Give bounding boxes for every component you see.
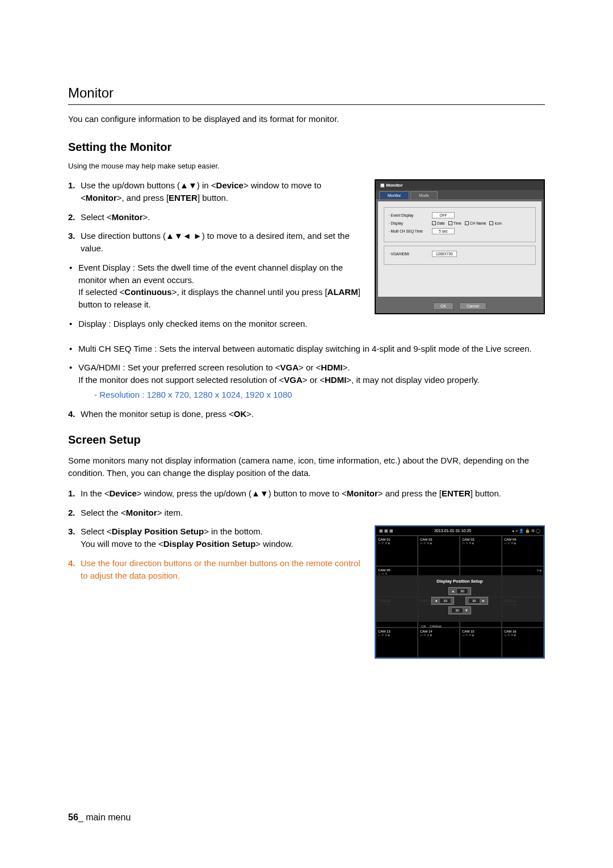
mouse-note: Using the mouse may help make setup easi… [68,162,545,170]
step-3: 3. Use direction buttons (▲▼◄ ►) to move… [68,230,363,255]
ss-step-2: 2. Select the <Monitor> item. [68,507,545,519]
dps-overlay: Display Position Setup ▲ 30 ◄ 30 30 ► 30… [376,575,544,622]
select-event-display[interactable]: OFF [432,212,455,218]
ok-button[interactable]: OK [433,302,454,310]
figure-monitor-dialog: ▣ Monitor Monitor Mode · Event Display O… [375,179,545,314]
screen-setup-intro: Some monitors many not display informati… [68,454,545,479]
dps-title: Display Position Setup [381,579,538,584]
cam-cell: CAM 14▭ ⟲ ⚙ ◉ [418,627,460,658]
dps-ok-button[interactable]: OK [421,625,426,628]
page-number: 56 [68,812,78,822]
arrow-right-button[interactable]: 30 ► [465,597,488,605]
cam-cell: CAM 01▭ ⟲ ⚙ ◉ [376,536,418,566]
label-event-display: · Event Display [389,213,429,217]
resolution-note: Resolution : 1280 x 720, 1280 x 1024, 19… [78,389,545,401]
cam-cell: CAM 13▭ ⟲ ⚙ ◉ [376,627,418,658]
dialog-title: ▣ Monitor [376,180,544,190]
step-2: 2. Select <Monitor>. [68,211,363,224]
cancel-button[interactable]: Cancel [459,302,486,310]
page-footer: 56_ main menu [68,812,131,823]
bullet-multi-ch-seq: Multi CH SEQ Time : Sets the interval be… [68,343,545,355]
select-multi-ch-seq[interactable]: 5 sec [432,228,455,234]
cam-cell: CAM 15▭ ⟲ ⚙ ◉ [460,627,502,658]
ss-step-1: 1. In the <Device> window, press the up/… [68,487,545,500]
tab-mode[interactable]: Mode [410,191,438,199]
tab-monitor[interactable]: Monitor [379,191,409,199]
checkbox-date[interactable]: ✓Date [432,221,445,225]
bullet-event-display: Event Display : Sets the dwell time of t… [68,262,363,311]
topbar-right-icons: ● ≡ 👤 🔒 ⚙ ◯ [512,529,540,533]
step-1: 1. Use the up/down buttons (▲▼) in <Devi… [68,179,363,204]
label-display: · Display [389,221,429,225]
step-4: 4. When the monitor setup is done, press… [68,408,545,420]
checkbox-time[interactable]: ✓Time [448,221,461,225]
select-vga-hdmi[interactable]: 1280X720 [432,251,457,257]
dps-cancel-button[interactable]: CAMcel [430,625,442,628]
checkbox-chname[interactable]: ✓CH Name [465,221,486,225]
label-multi-ch-seq: · Multi CH SEQ Time [389,229,429,233]
ss-step-4: 4. Use the four direction buttons or the… [68,557,363,582]
intro-text: You can configure information to be disp… [68,114,545,124]
arrow-down-button[interactable]: 30 ▼ [448,606,471,614]
setting-monitor-title: Setting the Monitor [68,141,545,154]
footer-label: main menu [86,812,131,822]
section-title: Monitor [68,85,545,105]
timestamp: 2013-01-01 01:10:25 [434,529,471,533]
cam-cell: CAM 16▭ ⟲ ⚙ ◉ [502,627,544,658]
bullet-vga-hdmi: VGA/HDMI : Set your preferred screen res… [68,361,545,401]
cam-cell: CAM 03▭ ⟲ ⚙ ◉ [460,536,502,566]
cam-cell: CAM 04▭ ⟲ ⚙ ◉ [502,536,544,566]
figure-display-position-setup: ▦ ▦ ▦ 2013-01-01 01:10:25 ● ≡ 👤 🔒 ⚙ ◯ CA… [375,525,545,659]
arrow-up-button[interactable]: ▲ 30 [448,587,471,595]
cam-cell: CAM 02▭ ⟲ ⚙ ◉ [418,536,460,566]
bullet-display: Display : Displays only checked items on… [68,318,363,330]
screen-setup-title: Screen Setup [68,433,545,446]
arrow-left-button[interactable]: ◄ 30 [431,597,454,605]
topbar-left-icons: ▦ ▦ ▦ [379,529,393,533]
label-vga-hdmi: · VGA/HDMI [389,252,429,256]
ss-step-3: 3. Select <Display Position Setup> in th… [68,525,363,550]
checkbox-icon[interactable]: ✓Icon [489,221,501,225]
